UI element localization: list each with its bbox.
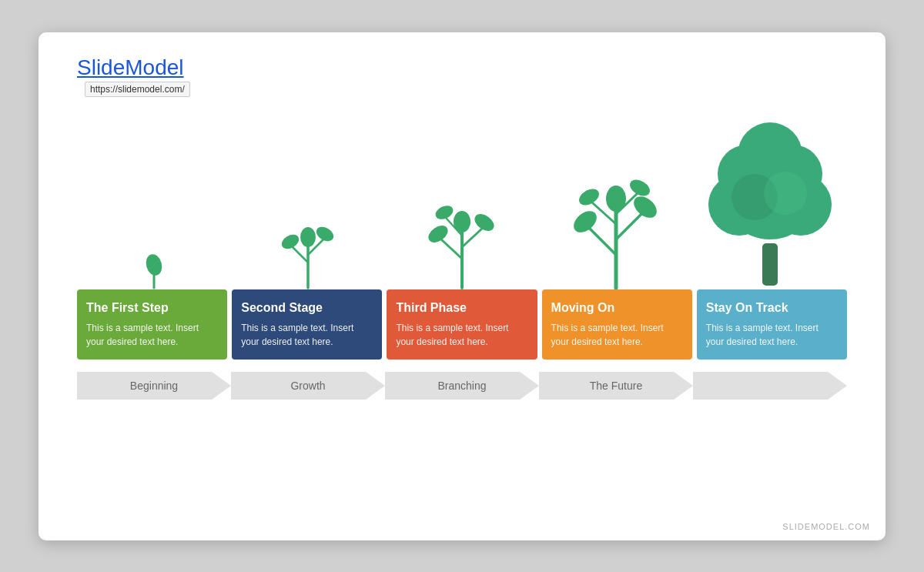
card-2: Second Stage This is a sample text. Inse…: [232, 289, 382, 360]
svg-point-7: [300, 227, 316, 247]
svg-point-13: [471, 210, 497, 234]
main-content: The First Step This is a sample text. In…: [77, 105, 847, 525]
arrows-row: Beginning Growth: [77, 369, 847, 403]
logo-url: https://slidemodel.com/: [85, 82, 190, 97]
arrow-2: Growth: [231, 369, 385, 403]
plant-4-icon: [570, 128, 662, 289]
logo-area: SlideModel https://slidemodel.com/: [77, 55, 847, 97]
svg-point-6: [314, 224, 335, 244]
svg-line-17: [589, 228, 616, 255]
card-5-title: Stay On Track: [706, 300, 838, 315]
arrow-4: The Future: [539, 369, 693, 403]
svg-point-23: [576, 186, 601, 209]
arrow-5: [693, 369, 847, 403]
svg-point-34: [764, 172, 807, 215]
card-2-body: This is a sample text. Insert your desir…: [241, 321, 373, 349]
plant-1-icon: [139, 228, 169, 289]
arrow-4-shape: The Future: [539, 369, 693, 403]
footer-brand: SLIDEMODEL.COM: [782, 522, 870, 531]
arrow-2-shape: Growth: [231, 369, 385, 403]
svg-marker-39: [693, 372, 847, 400]
arrow-3-label: Branching: [437, 380, 486, 392]
card-3-title: Third Phase: [396, 300, 527, 315]
card-1-body: This is a sample text. Insert your desir…: [86, 321, 218, 349]
plant-2: [231, 189, 385, 289]
arrow-4-label: The Future: [590, 380, 642, 392]
plant-3: [385, 159, 539, 289]
svg-point-25: [606, 186, 626, 212]
svg-point-24: [627, 176, 652, 199]
card-5: Stay On Track This is a sample text. Ins…: [697, 289, 847, 360]
plant-2-icon: [281, 189, 335, 289]
svg-point-14: [434, 202, 456, 222]
arrow-1: Beginning: [77, 369, 231, 403]
plant-5-icon: [701, 105, 839, 289]
card-4-body: This is a sample text. Insert your desir…: [551, 321, 683, 349]
svg-point-15: [454, 211, 470, 232]
plant-4: [539, 128, 693, 289]
svg-point-1: [144, 252, 165, 276]
card-3-body: This is a sample text. Insert your desir…: [396, 321, 527, 349]
arrow-2-label: Growth: [290, 380, 325, 392]
card-4: Moving On This is a sample text. Insert …: [542, 289, 692, 360]
svg-point-12: [427, 222, 451, 246]
card-4-title: Moving On: [551, 300, 683, 315]
svg-rect-26: [762, 243, 778, 286]
card-5-body: This is a sample text. Insert your desir…: [706, 321, 838, 349]
card-3: Third Phase This is a sample text. Inser…: [387, 289, 537, 360]
svg-line-3: [293, 247, 308, 263]
plants-row: [77, 105, 847, 289]
arrow-3-shape: Branching: [385, 369, 539, 403]
svg-line-18: [616, 212, 643, 239]
arrow-3: Branching: [385, 369, 539, 403]
plant-1: [77, 228, 231, 289]
arrow-5-shape: [693, 369, 847, 403]
svg-line-9: [441, 239, 462, 259]
cards-row: The First Step This is a sample text. In…: [77, 289, 847, 360]
card-2-title: Second Stage: [241, 300, 373, 315]
arrow-1-shape: Beginning: [77, 369, 231, 403]
logo-link[interactable]: SlideModel: [77, 55, 184, 80]
svg-point-5: [281, 232, 301, 252]
slide: SlideModel https://slidemodel.com/: [38, 32, 886, 540]
card-1-title: The First Step: [86, 300, 218, 315]
plant-5: [693, 105, 847, 289]
svg-point-21: [570, 206, 601, 236]
arrow-1-label: Beginning: [130, 380, 178, 392]
card-1: The First Step This is a sample text. In…: [77, 289, 227, 360]
plant-3-icon: [427, 159, 497, 289]
